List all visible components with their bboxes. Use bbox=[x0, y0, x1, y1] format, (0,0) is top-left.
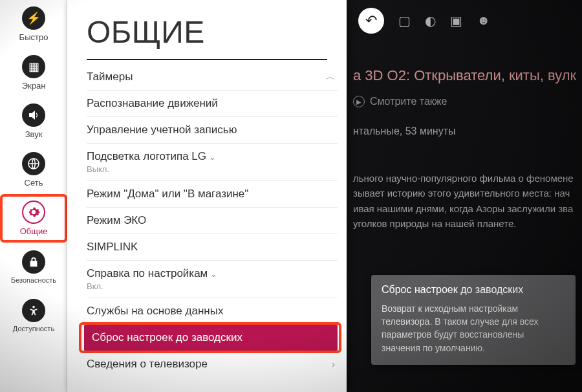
tv-screen: ↶ ▢ ◐ ▣ ☻ а 3D O2: Открыватели, киты, ву… bbox=[0, 0, 582, 392]
tv-icon[interactable]: ▣ bbox=[450, 13, 462, 28]
sidebar-item-network[interactable]: Сеть bbox=[0, 146, 67, 194]
screen-icon: ▦ bbox=[22, 55, 45, 78]
sidebar-item-accessibility[interactable]: Доступность bbox=[0, 291, 67, 340]
lock-icon bbox=[22, 250, 45, 274]
chevron-right-icon: › bbox=[332, 359, 335, 369]
play-icon: ▶ bbox=[353, 96, 365, 107]
list-item-home-store-mode[interactable]: Режим "Дома" или "В магазине" bbox=[87, 181, 338, 208]
panel-title: ОБЩИЕ bbox=[67, 0, 347, 59]
sidebar-item-label: Безопасность bbox=[11, 276, 56, 284]
gear-icon bbox=[22, 201, 45, 224]
program-meta: нтальные, 53 минуты bbox=[353, 125, 582, 137]
sidebar-item-quick[interactable]: ⚡ Быстро bbox=[0, 0, 67, 49]
list-item-factory-reset[interactable]: Сброс настроек до заводских bbox=[84, 325, 338, 351]
see-also-label: Смотрите также bbox=[370, 96, 447, 107]
tooltip-title: Сброс настроек до заводских bbox=[382, 284, 565, 296]
program-description: льного научно-популярного фильма о феном… bbox=[353, 171, 582, 231]
list-item-motion[interactable]: Распознавание движений bbox=[87, 91, 338, 117]
chevron-down-icon: ⌄ bbox=[209, 152, 216, 162]
back-button[interactable]: ↶ bbox=[358, 8, 384, 34]
bolt-icon: ⚡ bbox=[22, 6, 45, 30]
list-item-about-tv[interactable]: Сведения о телевизоре › bbox=[87, 351, 338, 377]
sidebar-item-sound[interactable]: Звук bbox=[0, 97, 67, 146]
sidebar-item-label: Звук bbox=[25, 129, 43, 139]
see-also[interactable]: ▶ Смотрите также bbox=[353, 96, 582, 107]
sidebar-item-label: Доступность bbox=[13, 325, 54, 332]
panel-divider bbox=[87, 59, 327, 60]
sidebar-item-label: Экран bbox=[22, 81, 46, 91]
sidebar-item-general[interactable]: Общие bbox=[0, 194, 67, 243]
browser-icon[interactable]: ◐ bbox=[425, 13, 436, 28]
back-icon: ↶ bbox=[365, 12, 377, 29]
globe-icon bbox=[22, 152, 45, 175]
svg-point-1 bbox=[32, 305, 35, 308]
settings-list[interactable]: Таймеры ︿ Распознавание движений Управле… bbox=[67, 64, 347, 392]
chevron-up-icon[interactable]: ︿ bbox=[326, 71, 335, 83]
help-tooltip: Сброс настроек до заводских Возврат к ис… bbox=[371, 275, 576, 365]
list-item-data-services[interactable]: Службы на основе данных bbox=[87, 298, 338, 325]
accessibility-icon bbox=[22, 299, 45, 322]
sidebar-item-label: Общие bbox=[20, 226, 48, 236]
program-title: а 3D O2: Открыватели, киты, вулк bbox=[353, 67, 582, 84]
sound-icon bbox=[22, 103, 45, 127]
photos-icon[interactable]: ▢ bbox=[398, 13, 411, 28]
list-item-eco-mode[interactable]: Режим ЭКО bbox=[87, 208, 338, 234]
top-bar: ↶ ▢ ◐ ▣ ☻ bbox=[353, 5, 582, 36]
settings-sidebar: ⚡ Быстро ▦ Экран Звук Сеть Общие bbox=[0, 0, 67, 392]
sidebar-item-security[interactable]: Безопасность bbox=[0, 243, 67, 291]
chevron-down-icon: ⌄ bbox=[210, 269, 217, 279]
sidebar-item-label: Сеть bbox=[25, 178, 43, 188]
list-item-logo-light[interactable]: Подсветка логотипа LG⌄ Выкл. bbox=[87, 144, 338, 181]
top-icon-row: ▢ ◐ ▣ ☻ bbox=[398, 13, 490, 28]
settings-panel: ОБЩИЕ Таймеры ︿ Распознавание движений У… bbox=[67, 0, 347, 392]
list-item-settings-help[interactable]: Справка по настройкам⌄ Вкл. bbox=[87, 261, 338, 298]
sidebar-item-label: Быстро bbox=[19, 32, 48, 42]
sidebar-item-picture[interactable]: ▦ Экран bbox=[0, 49, 67, 97]
theater-icon[interactable]: ☻ bbox=[477, 13, 490, 28]
list-item-simplink[interactable]: SIMPLINK bbox=[87, 234, 338, 261]
tooltip-body: Возврат к исходным настройкам телевизора… bbox=[382, 302, 565, 354]
list-item-timers[interactable]: Таймеры ︿ bbox=[87, 64, 338, 91]
list-item-account[interactable]: Управление учетной записью bbox=[87, 117, 338, 144]
